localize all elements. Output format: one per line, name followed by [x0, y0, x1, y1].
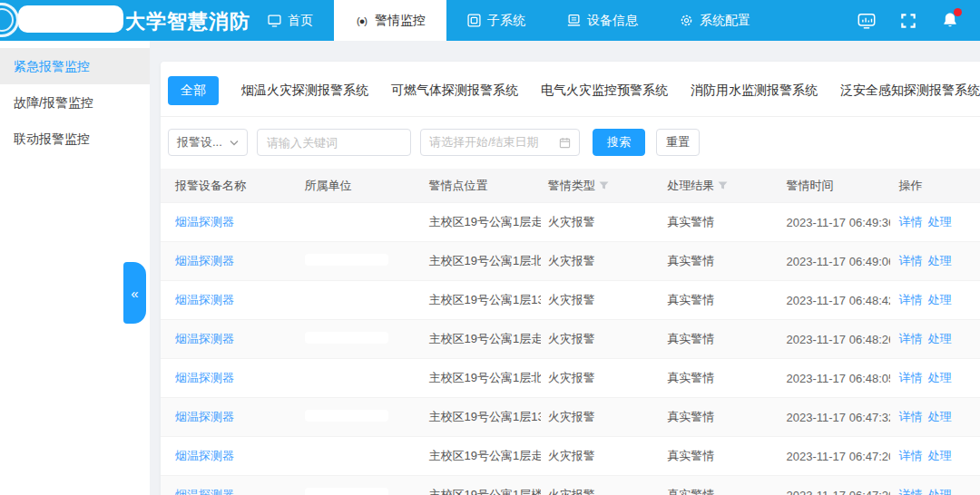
redacted-organization	[305, 332, 388, 344]
col-organization: 所属单位	[298, 178, 422, 194]
device-name-link[interactable]: 烟温探测器	[175, 410, 234, 423]
select-value: 报警设...	[177, 134, 222, 150]
device-name-link[interactable]: 烟温探测器	[175, 449, 234, 462]
alarm-time-cell: 2023-11-17 06:47:20	[779, 489, 890, 495]
device-icon	[567, 14, 581, 27]
alarm-type-cell: 火灾报警	[541, 487, 660, 495]
redacted-university-name	[18, 5, 123, 33]
nav-item-alarm-monitor[interactable]: (●) 警情监控	[334, 0, 446, 41]
actions-cell: 详情处理	[890, 487, 980, 495]
filter-bar: 报警设... 请选择开始/结束日期 搜索 重置	[168, 129, 980, 156]
nav-item-subsystems[interactable]: 子系统	[446, 0, 546, 41]
device-name-link[interactable]: 烟温探测器	[175, 488, 234, 495]
sidebar-collapse-handle[interactable]: «	[123, 262, 146, 324]
handle-link[interactable]: 处理	[928, 488, 952, 495]
location-cell: 主校区19号公寓1层139	[422, 409, 541, 425]
redacted-organization	[305, 371, 388, 383]
handle-link[interactable]: 处理	[928, 332, 952, 345]
alarm-time-cell: 2023-11-17 06:47:32	[779, 411, 890, 424]
location-cell: 主校区19号公寓1层走廊4	[422, 331, 541, 347]
table-row: 烟温探测器 主校区19号公寓1层北... 火灾报警 真实警情 2023-11-1…	[161, 241, 980, 280]
handle-link[interactable]: 处理	[928, 254, 952, 267]
detail-link[interactable]: 详情	[899, 449, 923, 462]
brand: 大学智慧消防	[0, 0, 247, 41]
reset-button[interactable]: 重置	[656, 129, 700, 156]
device-name-link[interactable]: 烟温探测器	[175, 332, 234, 345]
redacted-organization	[305, 293, 388, 305]
nav-label: 设备信息	[587, 13, 638, 29]
sidebar-item-linkage-alarm[interactable]: 联动报警监控	[0, 121, 150, 157]
tab-smoke-temp-fire[interactable]: 烟温火灾探测报警系统	[241, 76, 368, 105]
detail-link[interactable]: 详情	[899, 254, 923, 267]
col-alarm-time: 警情时间	[779, 178, 890, 194]
nav-label: 警情监控	[375, 13, 426, 29]
actions-cell: 详情处理	[890, 214, 980, 230]
alarm-time-cell: 2023-11-17 06:49:06	[779, 255, 890, 268]
date-range-picker[interactable]: 请选择开始/结束日期	[420, 129, 580, 156]
device-name-link[interactable]: 烟温探测器	[175, 254, 234, 267]
table-row: 烟温探测器 主校区19号公寓1层北... 火灾报警 真实警情 2023-11-1…	[161, 358, 980, 397]
detail-link[interactable]: 详情	[899, 215, 923, 228]
handle-link[interactable]: 处理	[928, 410, 952, 423]
table-row: 烟温探测器 主校区19号公寓1层楼梯3 火灾报警 真实警情 2023-11-17…	[161, 475, 980, 495]
keyword-input[interactable]	[267, 136, 401, 150]
col-handle-result: 处理结果	[660, 178, 779, 194]
calendar-icon	[559, 137, 571, 149]
tab-pan-safety-sensing[interactable]: 泛安全感知探测报警系统	[840, 76, 980, 105]
device-name-link[interactable]: 烟温探测器	[175, 371, 234, 384]
device-type-select[interactable]: 报警设...	[168, 129, 248, 156]
handle-link[interactable]: 处理	[928, 293, 952, 306]
handle-result-cell: 真实警情	[660, 448, 779, 464]
search-button[interactable]: 搜索	[593, 129, 645, 156]
alarm-time-cell: 2023-11-17 06:48:26	[779, 333, 890, 346]
detail-link[interactable]: 详情	[899, 332, 923, 345]
filter-funnel-icon[interactable]	[599, 181, 609, 189]
university-logo	[0, 3, 19, 37]
alarm-type-cell: 火灾报警	[541, 409, 660, 425]
fullscreen-icon[interactable]	[898, 11, 918, 31]
alarm-type-cell: 火灾报警	[541, 448, 660, 464]
detail-link[interactable]: 详情	[899, 488, 923, 495]
table-header: 报警设备名称 所属单位 警情点位置 警情类型 处理结果 警情时间 操作	[161, 169, 980, 202]
chevron-down-icon	[230, 140, 239, 146]
tab-all[interactable]: 全部	[168, 76, 219, 105]
col-alarm-type: 警情类型	[541, 178, 660, 194]
nav-item-system-config[interactable]: 系统配置	[659, 0, 771, 41]
bell-icon[interactable]	[940, 11, 960, 31]
handle-result-cell: 真实警情	[660, 253, 779, 269]
col-location: 警情点位置	[422, 178, 541, 194]
sidebar-item-fault-alarm[interactable]: 故障/报警监控	[0, 84, 150, 121]
actions-cell: 详情处理	[890, 370, 980, 386]
redacted-organization	[305, 254, 388, 266]
filter-funnel-icon[interactable]	[718, 181, 728, 189]
handle-link[interactable]: 处理	[928, 449, 952, 462]
sidebar-item-emergency-alarm[interactable]: 紧急报警监控	[0, 48, 150, 84]
alarm-type-cell: 火灾报警	[541, 253, 660, 269]
tab-fire-water[interactable]: 消防用水监测报警系统	[691, 76, 818, 105]
detail-link[interactable]: 详情	[899, 410, 923, 423]
col-device-name: 报警设备名称	[161, 178, 298, 194]
tab-combustible-gas[interactable]: 可燃气体探测报警系统	[391, 76, 518, 105]
actions-cell: 详情处理	[890, 292, 980, 308]
handle-link[interactable]: 处理	[928, 215, 952, 228]
location-cell: 主校区19号公寓1层139	[422, 292, 541, 308]
organization-cell	[298, 293, 422, 307]
handle-link[interactable]: 处理	[928, 371, 952, 384]
nav-label: 子系统	[487, 13, 525, 29]
handle-result-cell: 真实警情	[660, 487, 779, 495]
organization-cell	[298, 371, 422, 385]
tab-electrical-fire[interactable]: 电气火灾监控预警系统	[541, 76, 668, 105]
location-cell: 主校区19号公寓1层北...	[422, 253, 541, 269]
handle-result-cell: 真实警情	[660, 214, 779, 230]
subsystem-icon	[467, 14, 481, 27]
nav-label: 系统配置	[700, 13, 750, 29]
dashboard-icon[interactable]	[857, 11, 877, 31]
nav-item-home[interactable]: 首页	[247, 0, 334, 41]
device-name-link[interactable]: 烟温探测器	[175, 215, 234, 228]
organization-cell	[298, 254, 422, 268]
device-name-link[interactable]: 烟温探测器	[175, 293, 234, 306]
detail-link[interactable]: 详情	[899, 293, 923, 306]
topbar: 大学智慧消防 首页 (●) 警情监控 子系统 设备信息	[0, 0, 980, 41]
detail-link[interactable]: 详情	[899, 371, 923, 384]
nav-item-device-info[interactable]: 设备信息	[546, 0, 659, 41]
